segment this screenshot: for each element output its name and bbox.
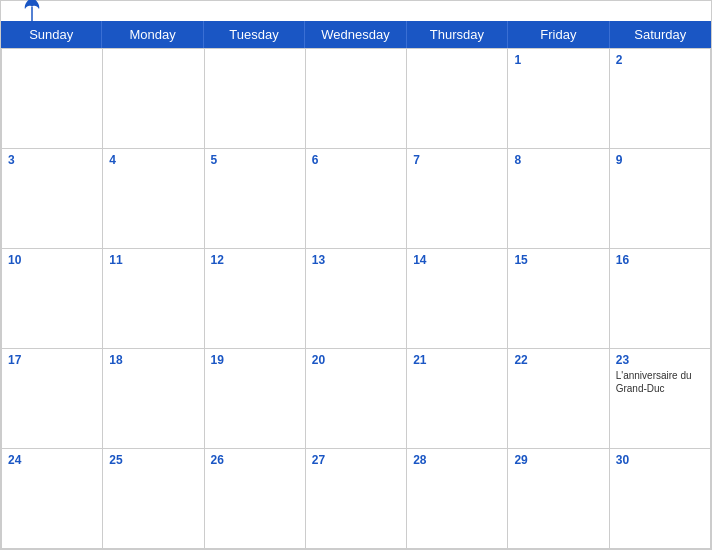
calendar-cell: 15	[508, 249, 609, 349]
calendar-container: Sunday Monday Tuesday Wednesday Thursday…	[0, 0, 712, 550]
cell-number: 7	[413, 153, 501, 167]
calendar-cell: 22	[508, 349, 609, 449]
cell-number: 15	[514, 253, 602, 267]
cell-number: 8	[514, 153, 602, 167]
header-monday: Monday	[102, 21, 203, 48]
cell-number: 21	[413, 353, 501, 367]
calendar-cell: 16	[610, 249, 711, 349]
cell-number: 11	[109, 253, 197, 267]
calendar-cell: 26	[205, 449, 306, 549]
cell-number: 6	[312, 153, 400, 167]
calendar-cell: 18	[103, 349, 204, 449]
cell-number: 19	[211, 353, 299, 367]
calendar-cell	[2, 49, 103, 149]
cell-number: 10	[8, 253, 96, 267]
cell-number: 13	[312, 253, 400, 267]
calendar-cell: 12	[205, 249, 306, 349]
cell-number: 16	[616, 253, 704, 267]
cell-number: 1	[514, 53, 602, 67]
cell-number: 3	[8, 153, 96, 167]
header-saturday: Saturday	[610, 21, 711, 48]
calendar-cell: 24	[2, 449, 103, 549]
header-sunday: Sunday	[1, 21, 102, 48]
cell-number: 22	[514, 353, 602, 367]
calendar-grid: 1234567891011121314151617181920212223L'a…	[1, 48, 711, 549]
calendar-cell: 19	[205, 349, 306, 449]
calendar-cell: 25	[103, 449, 204, 549]
calendar-cell	[103, 49, 204, 149]
calendar-cell	[306, 49, 407, 149]
cell-number: 4	[109, 153, 197, 167]
day-headers-row: Sunday Monday Tuesday Wednesday Thursday…	[1, 21, 711, 48]
cell-number: 20	[312, 353, 400, 367]
calendar-cell: 2	[610, 49, 711, 149]
header-tuesday: Tuesday	[204, 21, 305, 48]
cell-number: 30	[616, 453, 704, 467]
cell-number: 28	[413, 453, 501, 467]
calendar-cell: 6	[306, 149, 407, 249]
calendar-cell: 10	[2, 249, 103, 349]
calendar-cell: 13	[306, 249, 407, 349]
calendar-cell: 21	[407, 349, 508, 449]
calendar-cell: 17	[2, 349, 103, 449]
calendar-cell: 4	[103, 149, 204, 249]
cell-number: 25	[109, 453, 197, 467]
header-wednesday: Wednesday	[305, 21, 406, 48]
logo	[21, 1, 41, 21]
cell-number: 9	[616, 153, 704, 167]
calendar-cell: 1	[508, 49, 609, 149]
calendar-cell: 23L'anniversaire du Grand-Duc	[610, 349, 711, 449]
calendar-cell	[205, 49, 306, 149]
header-friday: Friday	[508, 21, 609, 48]
calendar-cell: 27	[306, 449, 407, 549]
calendar-cell: 30	[610, 449, 711, 549]
calendar-cell: 9	[610, 149, 711, 249]
cell-number: 29	[514, 453, 602, 467]
calendar-cell: 28	[407, 449, 508, 549]
calendar-cell: 3	[2, 149, 103, 249]
cell-number: 26	[211, 453, 299, 467]
calendar-cell: 20	[306, 349, 407, 449]
cell-number: 23	[616, 353, 704, 367]
logo-bird-icon	[23, 0, 41, 21]
cell-number: 24	[8, 453, 96, 467]
cell-number: 2	[616, 53, 704, 67]
calendar-cell: 11	[103, 249, 204, 349]
calendar-cell: 7	[407, 149, 508, 249]
cell-number: 17	[8, 353, 96, 367]
calendar-cell: 29	[508, 449, 609, 549]
calendar-cell: 8	[508, 149, 609, 249]
cell-number: 18	[109, 353, 197, 367]
calendar-cell: 5	[205, 149, 306, 249]
cell-number: 5	[211, 153, 299, 167]
header-thursday: Thursday	[407, 21, 508, 48]
cell-event: L'anniversaire du Grand-Duc	[616, 369, 704, 395]
cell-number: 14	[413, 253, 501, 267]
calendar-header	[1, 1, 711, 21]
cell-number: 12	[211, 253, 299, 267]
calendar-cell	[407, 49, 508, 149]
cell-number: 27	[312, 453, 400, 467]
calendar-cell: 14	[407, 249, 508, 349]
